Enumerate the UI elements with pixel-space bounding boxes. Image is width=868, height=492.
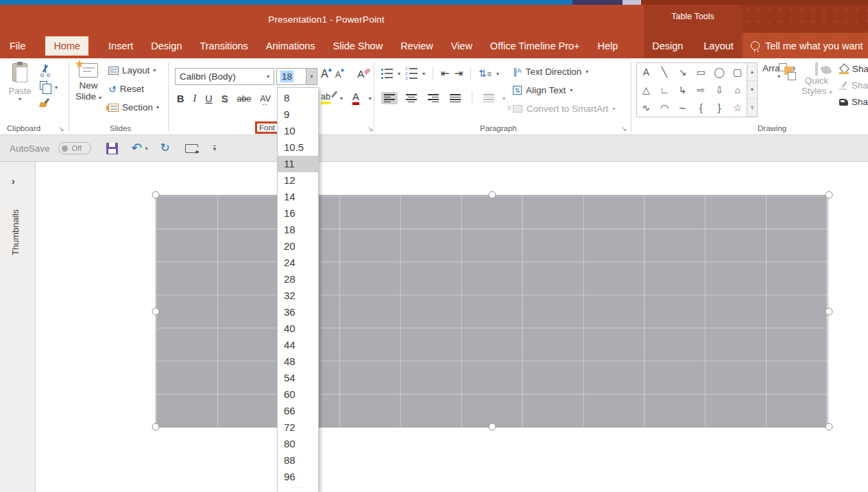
shape-effects-button[interactable]: Sha bbox=[839, 97, 868, 107]
shape-outline-button[interactable]: Sha bbox=[839, 80, 868, 91]
customize-qat-icon[interactable]: ▾ bbox=[213, 145, 217, 152]
font-size-option-40[interactable]: 40 bbox=[278, 320, 318, 337]
resize-handle-top-right[interactable] bbox=[825, 191, 833, 199]
undo-dropdown-arrow[interactable]: ▾ bbox=[145, 145, 147, 152]
gallery-more-icon[interactable]: ⊽ bbox=[747, 99, 757, 117]
autosave-toggle[interactable]: Off bbox=[58, 142, 91, 154]
format-painter-icon[interactable] bbox=[40, 98, 49, 108]
shape-oval-icon[interactable]: ◯ bbox=[710, 63, 729, 81]
increase-indent-icon[interactable]: ⇥ bbox=[455, 67, 463, 80]
font-size-option-14[interactable]: 14 bbox=[278, 189, 318, 205]
start-from-beginning-icon[interactable] bbox=[185, 144, 198, 153]
paragraph-dialog-launcher-icon[interactable]: ↘ bbox=[621, 125, 627, 132]
font-size-option-96[interactable]: 96 bbox=[278, 469, 318, 485]
copy-icon[interactable] bbox=[40, 81, 47, 90]
reset-button[interactable]: ↺ Reset bbox=[108, 84, 144, 94]
shape-text-box-icon[interactable]: A bbox=[637, 63, 655, 81]
shape-down-arrow-icon[interactable]: ⇩ bbox=[710, 81, 729, 99]
resize-handle-bottom-middle[interactable] bbox=[489, 423, 496, 431]
font-size-option-8[interactable]: 8 bbox=[278, 90, 318, 106]
contextual-tab-layout[interactable]: Layout bbox=[703, 40, 734, 51]
font-size-option-9[interactable]: 9 bbox=[278, 106, 318, 123]
font-size-option-66[interactable]: 66 bbox=[278, 403, 318, 419]
character-spacing-button[interactable]: AV bbox=[260, 94, 271, 104]
shape-rounded-rectangle-icon[interactable]: ▢ bbox=[728, 63, 747, 81]
font-size-option-60[interactable]: 60 bbox=[278, 386, 318, 403]
resize-handle-bottom-left[interactable] bbox=[152, 423, 160, 431]
expand-thumbnails-chevron-icon[interactable]: › bbox=[12, 176, 15, 187]
font-size-option-72[interactable]: 72 bbox=[278, 419, 318, 436]
align-left-button[interactable] bbox=[381, 92, 398, 104]
font-name-combo[interactable]: Calibri (Body) ▾ bbox=[175, 68, 274, 85]
shape-rectangle-icon[interactable]: ▭ bbox=[692, 63, 710, 81]
font-size-option-36[interactable]: 36 bbox=[278, 304, 318, 320]
tab-animations[interactable]: Animations bbox=[266, 40, 315, 51]
tab-help[interactable]: Help bbox=[598, 40, 618, 51]
save-icon[interactable] bbox=[106, 143, 118, 154]
font-size-value[interactable]: 18 bbox=[277, 71, 306, 82]
font-size-option-10.5[interactable]: 10.5 bbox=[278, 139, 318, 156]
gallery-scroll-up-icon[interactable]: ▲ bbox=[747, 63, 757, 81]
font-dialog-launcher-icon[interactable]: ↘ bbox=[367, 125, 373, 132]
decrease-indent-icon[interactable]: ⇤ bbox=[441, 67, 450, 80]
font-size-option-44[interactable]: 44 bbox=[278, 337, 318, 353]
shape-star-icon[interactable]: ☆ bbox=[728, 99, 747, 117]
shape-elbow-arrow-connector-icon[interactable]: ↳ bbox=[673, 81, 692, 99]
tab-design[interactable]: Design bbox=[151, 40, 182, 51]
align-center-button[interactable] bbox=[403, 92, 420, 104]
bullets-dropdown-arrow[interactable]: ▾ bbox=[398, 71, 400, 77]
font-size-option-16[interactable]: 16 bbox=[278, 205, 318, 222]
shape-freeform-icon[interactable]: ⌂ bbox=[728, 81, 747, 99]
shape-right-arrow-icon[interactable]: ⇨ bbox=[692, 81, 710, 99]
shape-curve-icon[interactable]: ∼ bbox=[673, 99, 692, 117]
resize-handle-left-middle[interactable] bbox=[152, 308, 160, 316]
tab-office-timeline-pro-[interactable]: Office Timeline Pro+ bbox=[490, 40, 580, 51]
bullets-icon[interactable] bbox=[381, 69, 393, 79]
tab-slide-show[interactable]: Slide Show bbox=[333, 40, 383, 51]
italic-button[interactable]: I bbox=[193, 93, 196, 104]
text-direction-button[interactable]: ∥ᴬ Text Direction▾ bbox=[513, 67, 588, 77]
tab-view[interactable]: View bbox=[451, 40, 472, 51]
resize-handle-bottom-right[interactable] bbox=[825, 423, 833, 431]
shape-left-brace-icon[interactable]: { bbox=[692, 99, 710, 117]
font-size-option-18[interactable]: 18 bbox=[278, 222, 318, 238]
font-size-option-32[interactable]: 32 bbox=[278, 288, 318, 304]
font-color-button[interactable]: A bbox=[352, 91, 359, 105]
line-spacing-dropdown-arrow[interactable]: ▾ bbox=[496, 71, 499, 77]
arrange-button[interactable]: Arrange ▾ bbox=[761, 63, 797, 117]
highlight-color-button[interactable]: ab bbox=[321, 92, 330, 104]
shape-line-icon[interactable]: ╲ bbox=[655, 63, 674, 81]
tab-review[interactable]: Review bbox=[400, 40, 433, 51]
resize-handle-top-middle[interactable] bbox=[489, 191, 496, 199]
font-size-option-88[interactable]: 88 bbox=[278, 452, 318, 469]
tab-file[interactable]: File bbox=[10, 40, 25, 51]
convert-to-smartart-button[interactable]: Convert to SmartArt▾ bbox=[513, 104, 615, 114]
columns-button[interactable] bbox=[481, 92, 497, 104]
font-color-dropdown-arrow[interactable]: ▾ bbox=[369, 95, 372, 102]
justify-button[interactable] bbox=[447, 92, 463, 104]
numbering-icon[interactable]: 123 bbox=[405, 67, 418, 80]
strikethrough-button[interactable]: abe bbox=[237, 94, 251, 104]
undo-icon[interactable]: ↶ bbox=[132, 143, 143, 154]
increase-font-size-button[interactable]: A▲ bbox=[321, 68, 328, 80]
font-size-option-20[interactable]: 20 bbox=[278, 238, 318, 255]
tab-transitions[interactable]: Transitions bbox=[200, 40, 248, 51]
layout-button[interactable]: Layout▾ bbox=[108, 65, 156, 75]
quick-styles-button[interactable]: Quick Styles ▾ bbox=[798, 63, 835, 117]
decrease-font-size-button[interactable]: A▲ bbox=[335, 69, 341, 80]
tab-insert[interactable]: Insert bbox=[108, 40, 133, 51]
redo-icon[interactable]: ↻ bbox=[160, 143, 169, 154]
new-slide-button[interactable]: NewSlide ▾ bbox=[73, 63, 104, 117]
cut-icon[interactable] bbox=[40, 65, 51, 75]
shape-scribble-icon[interactable]: ∿ bbox=[637, 99, 655, 117]
font-size-option-24[interactable]: 24 bbox=[278, 255, 318, 271]
highlight-dropdown-arrow[interactable]: ▾ bbox=[340, 95, 343, 102]
resize-handle-right-middle[interactable] bbox=[825, 308, 833, 316]
tell-me-box[interactable]: Tell me what you want bbox=[744, 33, 868, 58]
font-size-option-11[interactable]: 11 bbox=[278, 156, 318, 172]
clipboard-dialog-launcher-icon[interactable]: ↘ bbox=[58, 125, 64, 132]
font-size-option-80[interactable]: 80 bbox=[278, 436, 318, 452]
shapes-gallery-scrollbar[interactable]: ▲ ▼ ⊽ bbox=[747, 62, 758, 117]
shape-triangle-icon[interactable]: △ bbox=[637, 81, 655, 99]
text-shadow-button[interactable]: S bbox=[221, 93, 228, 104]
